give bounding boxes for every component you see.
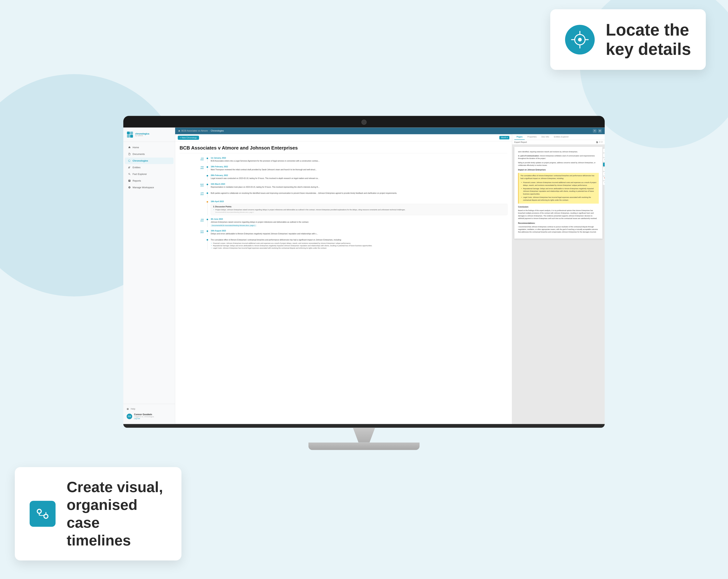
timeline-entry: JUN2023 4th June 2023 Johnson Enterprise… — [192, 218, 508, 227]
timeline-text-col: The cumulative effect of Atmore Enterpri… — [209, 238, 508, 250]
entry-text-5: Both parties agreed to collaborate on re… — [211, 192, 508, 195]
pdf-annotate[interactable]: ✎ — [603, 162, 605, 167]
new-chronology-button[interactable]: + New Chronology — [178, 135, 199, 140]
sidebar-item-reports[interactable]: Reports — [125, 177, 174, 184]
sidebar-item-documents[interactable]: Documents — [125, 151, 174, 157]
help-item[interactable]: Help — [127, 406, 172, 411]
timeline-icon — [34, 505, 51, 522]
timeline-entry: MAR2023 15th March 2023 Representation i… — [192, 183, 508, 189]
sidebar-item-home[interactable]: Home — [125, 144, 174, 151]
timeline-line — [207, 232, 208, 235]
pdf-zoom-out[interactable]: − — [603, 153, 605, 157]
nav-label-manage-workspace: Manage Workspace — [133, 186, 154, 189]
entry-month-aug2023: AUG2023 — [192, 230, 206, 235]
chrono-content: BCB Associates v Atmore and Johnson Ente… — [175, 141, 512, 424]
expand-sub-3: Legal Costs: Johnson Enterprises has inc… — [211, 247, 508, 249]
timeline-entry: FEB2022 18th February, 2022 Mark Thompso… — [192, 166, 508, 171]
breadcrumb-part1: BCB Associates vs Atmore — [181, 129, 208, 132]
timeline-dot — [207, 157, 208, 159]
reports-icon — [128, 179, 131, 182]
pdf-tools: + − ⊡ ✎ ◉ ● 🔖 ✏ — [603, 149, 605, 185]
breadcrumb: BCB Associates vs Atmore › Chronologies — [178, 129, 224, 132]
svg-point-1 — [578, 38, 582, 42]
sidebar: chronologica by safelink Home Documents — [123, 127, 175, 424]
timeline-dot — [207, 175, 208, 176]
sidebar-item-manage-workspace[interactable]: Manage Workspace — [125, 184, 174, 191]
timeline-text-col: 18th February, 2022 Mark Thompson review… — [209, 166, 508, 171]
chrono-panel: + New Chronology Month ▾ BCB Associates … — [175, 134, 512, 424]
timeline-dot-line — [206, 238, 209, 250]
entry-text-7: Johnson Enterprises raised concerns rega… — [211, 221, 508, 223]
expand-sub-1: Financial Losses: Johnson Enterprises in… — [211, 242, 508, 244]
expand-doc-ref: Documents/BCB Associates/Meeting Minutes… — [213, 211, 505, 213]
timeline-text-col: 15th March 2023 Representation in mediat… — [209, 183, 508, 189]
monitor-bottom-bar — [123, 424, 605, 428]
pdf-page: + − ⊡ ✎ ◉ ● 🔖 ✏ were — [514, 147, 602, 238]
pdf-tab-pages[interactable]: Pages — [514, 134, 525, 140]
page-indicator: 2 / 2 — [599, 141, 602, 143]
entry-date-8: 16th August 2023 — [211, 230, 508, 232]
entry-text-9: The cumulative effect of Atmore Enterpri… — [211, 238, 508, 241]
pdf-bookmark[interactable]: 🔖 — [603, 176, 605, 180]
timeline-dates-col — [180, 157, 192, 253]
create-icon-box — [30, 501, 55, 527]
timeline-dot-line — [206, 174, 209, 180]
entry-month-mar2023: MAR2023 — [192, 183, 206, 189]
monitor-body: chronologica by safelink Home Documents — [123, 116, 605, 428]
logout-link[interactable]: Log Out — [134, 418, 154, 420]
close-button[interactable]: ✕ — [593, 129, 597, 133]
top-bar-actions: ✕ ⊞ — [593, 129, 602, 133]
user-name: Connor Goodwin — [134, 413, 154, 416]
entry-date-6: 18th April 2023 — [211, 200, 508, 202]
create-card: Create visual, organised case timelines — [15, 467, 181, 560]
user-details: Connor Goodwin Logged in to: Chronologic… — [134, 413, 154, 420]
pdf-impact-title: Impact on Johnson Enterprises — [518, 169, 599, 172]
timeline-dot — [207, 230, 208, 232]
pdf-tab-entities[interactable]: Entities Explorer — [552, 134, 571, 140]
sidebar-item-fact-explorer[interactable]: Fact Explorer — [125, 171, 174, 177]
pdf-page-icon — [596, 141, 598, 143]
sidebar-item-chronologies[interactable]: Chronologies — [125, 157, 174, 164]
entry-month-apr2023: APR2023 — [192, 192, 206, 198]
pdf-zoom-in[interactable]: + — [603, 149, 605, 153]
view-controls: Month ▾ — [499, 136, 509, 139]
pdf-body: failing to provide timely updates on pro… — [518, 161, 599, 167]
pdf-comment[interactable]: ● — [603, 172, 605, 176]
nav-label-home: Home — [133, 146, 139, 149]
nav-label-fact-explorer: Fact Explorer — [133, 173, 147, 175]
help-icon — [127, 408, 129, 410]
timeline-text-col: 1st January, 2022 BCB Associates enters … — [209, 157, 508, 163]
pdf-toolbar-left: Expert Report — [514, 141, 527, 143]
pdf-tabs: Pages Properties Doc Info Entities Explo… — [512, 134, 605, 140]
sidebar-item-entities[interactable]: Entities — [125, 164, 174, 171]
timeline-dot-line — [206, 192, 209, 198]
entry-text-3: Legal research was conducted on 2023-02-… — [211, 177, 508, 180]
logo-icon — [127, 131, 133, 138]
locate-icon-circle — [565, 25, 595, 54]
entry-month-blank2 — [192, 200, 206, 215]
timeline-line — [207, 159, 208, 163]
timeline-line — [207, 220, 208, 227]
timeline-line — [207, 176, 208, 180]
pdf-tab-doc-info[interactable]: Doc Info — [539, 134, 551, 140]
pdf-pen[interactable]: ✏ — [603, 181, 605, 185]
user-logged-in: Logged in to: Chronologica — [134, 416, 154, 418]
monitor-camera-bar — [123, 116, 605, 127]
timeline-entry: JAN2022 1st January, 2022 BCB Associates… — [192, 157, 508, 163]
pdf-tab-properties[interactable]: Properties — [525, 134, 539, 140]
pdf-toolbar-right: 2 / 2 — [596, 141, 602, 143]
pdf-panel: Pages Properties Doc Info Entities Explo… — [512, 134, 605, 424]
pdf-conclusion-text: Based on the findings of this expert ana… — [518, 209, 599, 220]
view-month-button[interactable]: Month ▾ — [499, 136, 509, 139]
pdf-highlight[interactable]: ◉ — [603, 167, 605, 171]
pdf-point3-label: 3. Lack of Communication: — [518, 155, 539, 157]
entry-tag-7: Documents/BCB Associates/Meeting Minutes… — [211, 224, 256, 227]
pdf-fit[interactable]: ⊡ — [603, 158, 605, 162]
pdf-bullet-1: Financial Losses: Johnson Enterprises in… — [520, 181, 597, 187]
timeline-container: JAN2022 1st January, 2022 BCB Associates… — [180, 157, 508, 253]
pdf-report-label: Expert Report — [514, 141, 527, 143]
maximize-button[interactable]: ⊞ — [598, 129, 602, 133]
timeline-entry: APR2023 Both parties agreed to collabora… — [192, 192, 508, 198]
entry-date-4: 15th March 2023 — [211, 183, 508, 185]
nav-label-entities: Entities — [133, 166, 140, 169]
